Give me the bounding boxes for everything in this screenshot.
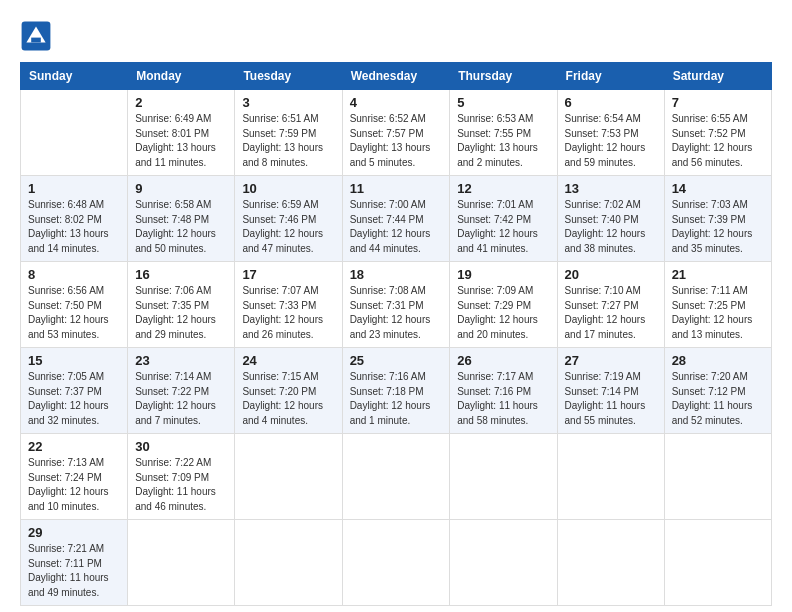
- day-detail: Sunrise: 7:01 AMSunset: 7:42 PMDaylight:…: [457, 198, 549, 256]
- day-detail: Sunrise: 7:14 AMSunset: 7:22 PMDaylight:…: [135, 370, 227, 428]
- day-detail: Sunrise: 6:56 AMSunset: 7:50 PMDaylight:…: [28, 284, 120, 342]
- day-number: 9: [135, 181, 227, 196]
- calendar-cell: [664, 434, 771, 520]
- day-detail: Sunrise: 6:51 AMSunset: 7:59 PMDaylight:…: [242, 112, 334, 170]
- day-detail: Sunrise: 7:06 AMSunset: 7:35 PMDaylight:…: [135, 284, 227, 342]
- day-number: 24: [242, 353, 334, 368]
- calendar-header-row: SundayMondayTuesdayWednesdayThursdayFrid…: [21, 63, 772, 90]
- calendar-cell: [342, 434, 450, 520]
- day-number: 15: [28, 353, 120, 368]
- day-number: 2: [135, 95, 227, 110]
- column-header-friday: Friday: [557, 63, 664, 90]
- day-number: 16: [135, 267, 227, 282]
- day-number: 12: [457, 181, 549, 196]
- calendar-week-row: 1 Sunrise: 6:48 AMSunset: 8:02 PMDayligh…: [21, 176, 772, 262]
- day-detail: Sunrise: 6:53 AMSunset: 7:55 PMDaylight:…: [457, 112, 549, 170]
- day-detail: Sunrise: 7:19 AMSunset: 7:14 PMDaylight:…: [565, 370, 657, 428]
- day-number: 3: [242, 95, 334, 110]
- day-detail: Sunrise: 7:15 AMSunset: 7:20 PMDaylight:…: [242, 370, 334, 428]
- page-header: [20, 20, 772, 52]
- column-header-wednesday: Wednesday: [342, 63, 450, 90]
- svg-rect-2: [31, 38, 41, 43]
- day-number: 1: [28, 181, 120, 196]
- calendar-cell: 26 Sunrise: 7:17 AMSunset: 7:16 PMDaylig…: [450, 348, 557, 434]
- day-detail: Sunrise: 7:05 AMSunset: 7:37 PMDaylight:…: [28, 370, 120, 428]
- day-detail: Sunrise: 7:22 AMSunset: 7:09 PMDaylight:…: [135, 456, 227, 514]
- day-detail: Sunrise: 7:09 AMSunset: 7:29 PMDaylight:…: [457, 284, 549, 342]
- column-header-thursday: Thursday: [450, 63, 557, 90]
- day-detail: Sunrise: 6:58 AMSunset: 7:48 PMDaylight:…: [135, 198, 227, 256]
- calendar-cell: 19 Sunrise: 7:09 AMSunset: 7:29 PMDaylig…: [450, 262, 557, 348]
- calendar-week-row: 22 Sunrise: 7:13 AMSunset: 7:24 PMDaylig…: [21, 434, 772, 520]
- day-detail: Sunrise: 7:11 AMSunset: 7:25 PMDaylight:…: [672, 284, 764, 342]
- column-header-tuesday: Tuesday: [235, 63, 342, 90]
- calendar-cell: 21 Sunrise: 7:11 AMSunset: 7:25 PMDaylig…: [664, 262, 771, 348]
- calendar-table: SundayMondayTuesdayWednesdayThursdayFrid…: [20, 62, 772, 606]
- day-number: 28: [672, 353, 764, 368]
- calendar-cell: 27 Sunrise: 7:19 AMSunset: 7:14 PMDaylig…: [557, 348, 664, 434]
- calendar-cell: 5 Sunrise: 6:53 AMSunset: 7:55 PMDayligh…: [450, 90, 557, 176]
- calendar-cell: 6 Sunrise: 6:54 AMSunset: 7:53 PMDayligh…: [557, 90, 664, 176]
- day-detail: Sunrise: 7:10 AMSunset: 7:27 PMDaylight:…: [565, 284, 657, 342]
- calendar-cell: 1 Sunrise: 6:48 AMSunset: 8:02 PMDayligh…: [21, 176, 128, 262]
- calendar-cell: 30 Sunrise: 7:22 AMSunset: 7:09 PMDaylig…: [128, 434, 235, 520]
- calendar-cell: 25 Sunrise: 7:16 AMSunset: 7:18 PMDaylig…: [342, 348, 450, 434]
- calendar-cell: 28 Sunrise: 7:20 AMSunset: 7:12 PMDaylig…: [664, 348, 771, 434]
- day-number: 30: [135, 439, 227, 454]
- day-detail: Sunrise: 7:13 AMSunset: 7:24 PMDaylight:…: [28, 456, 120, 514]
- calendar-cell: [450, 520, 557, 606]
- calendar-cell: 8 Sunrise: 6:56 AMSunset: 7:50 PMDayligh…: [21, 262, 128, 348]
- day-number: 6: [565, 95, 657, 110]
- day-number: 7: [672, 95, 764, 110]
- column-header-sunday: Sunday: [21, 63, 128, 90]
- calendar-cell: [235, 434, 342, 520]
- calendar-cell: [557, 434, 664, 520]
- day-number: 22: [28, 439, 120, 454]
- calendar-cell: 4 Sunrise: 6:52 AMSunset: 7:57 PMDayligh…: [342, 90, 450, 176]
- calendar-week-row: 8 Sunrise: 6:56 AMSunset: 7:50 PMDayligh…: [21, 262, 772, 348]
- day-number: 13: [565, 181, 657, 196]
- logo: [20, 20, 56, 52]
- calendar-cell: [235, 520, 342, 606]
- calendar-cell: 7 Sunrise: 6:55 AMSunset: 7:52 PMDayligh…: [664, 90, 771, 176]
- day-number: 18: [350, 267, 443, 282]
- day-number: 11: [350, 181, 443, 196]
- calendar-cell: 10 Sunrise: 6:59 AMSunset: 7:46 PMDaylig…: [235, 176, 342, 262]
- calendar-cell: [450, 434, 557, 520]
- day-detail: Sunrise: 6:59 AMSunset: 7:46 PMDaylight:…: [242, 198, 334, 256]
- calendar-cell: [128, 520, 235, 606]
- calendar-week-row: 29 Sunrise: 7:21 AMSunset: 7:11 PMDaylig…: [21, 520, 772, 606]
- calendar-body: 2 Sunrise: 6:49 AMSunset: 8:01 PMDayligh…: [21, 90, 772, 606]
- day-number: 21: [672, 267, 764, 282]
- day-number: 29: [28, 525, 120, 540]
- calendar-week-row: 15 Sunrise: 7:05 AMSunset: 7:37 PMDaylig…: [21, 348, 772, 434]
- day-detail: Sunrise: 6:48 AMSunset: 8:02 PMDaylight:…: [28, 198, 120, 256]
- calendar-cell: 12 Sunrise: 7:01 AMSunset: 7:42 PMDaylig…: [450, 176, 557, 262]
- calendar-cell: 11 Sunrise: 7:00 AMSunset: 7:44 PMDaylig…: [342, 176, 450, 262]
- calendar-cell: 16 Sunrise: 7:06 AMSunset: 7:35 PMDaylig…: [128, 262, 235, 348]
- day-number: 17: [242, 267, 334, 282]
- day-detail: Sunrise: 7:08 AMSunset: 7:31 PMDaylight:…: [350, 284, 443, 342]
- calendar-cell: 14 Sunrise: 7:03 AMSunset: 7:39 PMDaylig…: [664, 176, 771, 262]
- day-detail: Sunrise: 7:00 AMSunset: 7:44 PMDaylight:…: [350, 198, 443, 256]
- column-header-saturday: Saturday: [664, 63, 771, 90]
- calendar-cell: [21, 90, 128, 176]
- calendar-cell: 29 Sunrise: 7:21 AMSunset: 7:11 PMDaylig…: [21, 520, 128, 606]
- calendar-cell: 15 Sunrise: 7:05 AMSunset: 7:37 PMDaylig…: [21, 348, 128, 434]
- day-detail: Sunrise: 7:17 AMSunset: 7:16 PMDaylight:…: [457, 370, 549, 428]
- calendar-cell: 17 Sunrise: 7:07 AMSunset: 7:33 PMDaylig…: [235, 262, 342, 348]
- calendar-cell: [342, 520, 450, 606]
- day-detail: Sunrise: 6:52 AMSunset: 7:57 PMDaylight:…: [350, 112, 443, 170]
- day-detail: Sunrise: 7:21 AMSunset: 7:11 PMDaylight:…: [28, 542, 120, 600]
- day-number: 19: [457, 267, 549, 282]
- day-number: 25: [350, 353, 443, 368]
- day-number: 20: [565, 267, 657, 282]
- calendar-cell: 9 Sunrise: 6:58 AMSunset: 7:48 PMDayligh…: [128, 176, 235, 262]
- day-number: 27: [565, 353, 657, 368]
- calendar-week-row: 2 Sunrise: 6:49 AMSunset: 8:01 PMDayligh…: [21, 90, 772, 176]
- day-number: 23: [135, 353, 227, 368]
- calendar-cell: 3 Sunrise: 6:51 AMSunset: 7:59 PMDayligh…: [235, 90, 342, 176]
- calendar-cell: [557, 520, 664, 606]
- logo-icon: [20, 20, 52, 52]
- day-detail: Sunrise: 6:54 AMSunset: 7:53 PMDaylight:…: [565, 112, 657, 170]
